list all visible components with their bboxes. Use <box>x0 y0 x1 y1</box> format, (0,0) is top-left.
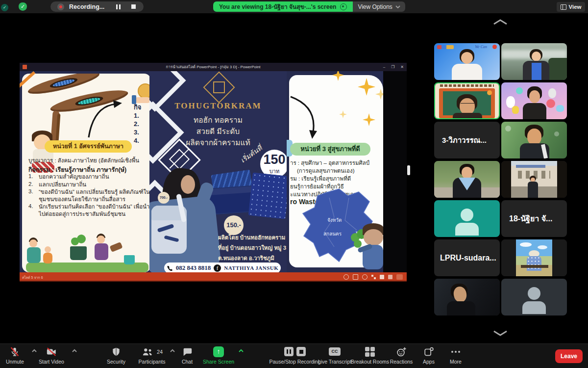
share-options-chevron[interactable] <box>238 349 244 353</box>
share-screen-button[interactable]: ↑ Share Screen <box>200 346 237 365</box>
shirt-shape <box>452 64 482 80</box>
pause-recording-icon[interactable] <box>284 347 294 356</box>
breakout-rooms-button[interactable]: Breakout Rooms <box>348 346 392 365</box>
security-shield-icon[interactable]: ✓ <box>19 2 27 11</box>
recording-indicator: Recording... <box>50 1 144 12</box>
zoom-slide-icon[interactable] <box>380 275 384 279</box>
produced-by-line: ผลิตโดย บ้านทอฮักทอคราม <box>218 233 285 242</box>
map-label-province: จังหวัด <box>327 216 342 224</box>
participant-tile[interactable] <box>501 82 567 119</box>
share-screen-icon: ↑ <box>213 346 224 357</box>
see-all-slides-icon[interactable] <box>371 275 376 279</box>
facebook-name: NATTHIYA JANSUK <box>224 265 278 271</box>
we-can-overlay: We Can <box>475 45 487 49</box>
system-tray-icon[interactable]: ✓ <box>1 4 8 11</box>
participant-tile[interactable] <box>434 200 500 237</box>
bokeh-dot <box>505 126 511 131</box>
close-button[interactable]: ✕ <box>400 65 404 69</box>
slide-canvas: กิจ 1. 2. 3. 4. หน่วยที่ 1 อัศจรรย์พันภา… <box>20 71 407 272</box>
avatar-icon <box>528 287 540 300</box>
scroll-participants-down-button[interactable] <box>492 330 508 337</box>
focus-target-icon <box>340 3 347 10</box>
avatar-placeholder <box>448 200 485 237</box>
white-sliver <box>407 165 410 175</box>
price-value: 150 <box>260 150 287 169</box>
participants-options-chevron[interactable] <box>170 349 175 353</box>
chat-button[interactable]: Chat <box>179 346 195 365</box>
view-options-dropdown[interactable]: View Options <box>353 1 405 12</box>
start-video-button[interactable]: Start Video <box>34 346 69 365</box>
price-tag-700: 700.- <box>158 192 170 204</box>
participant-tile[interactable] <box>501 279 567 315</box>
notes-icon[interactable] <box>353 274 358 280</box>
participant-tile[interactable] <box>501 43 567 80</box>
pause-stop-recording-label: Pause/Stop Recording <box>269 359 320 365</box>
unmute-button[interactable]: Unmute <box>6 346 24 365</box>
participant-tile-active-speaker[interactable] <box>434 82 500 119</box>
participants-button[interactable]: 24 Participants <box>136 346 168 365</box>
minimize-button[interactable]: – <box>383 65 385 69</box>
participant-video <box>501 43 567 80</box>
participant-tile[interactable] <box>434 279 500 315</box>
participant-video <box>501 239 567 276</box>
floral-top-shape <box>527 256 541 271</box>
participant-tile[interactable] <box>434 161 500 198</box>
suit-shape <box>528 182 538 198</box>
pause-recording-button[interactable] <box>116 4 121 9</box>
decoration-dot <box>487 90 492 95</box>
participant-tile[interactable] <box>501 161 567 198</box>
viewing-banner-text: You are viewing 18-นัฐิยา จันสุข-...'s s… <box>219 2 336 11</box>
participant-tile[interactable]: 18-นัฐิยา จั... <box>501 200 567 237</box>
participant-tile[interactable] <box>501 122 567 158</box>
badge-logo <box>492 45 497 49</box>
leaf-shape <box>354 240 362 248</box>
leave-button[interactable]: Leave <box>555 349 583 363</box>
facebook-icon: f <box>214 264 221 272</box>
cloud-shape <box>538 245 547 249</box>
more-button[interactable]: More <box>447 346 464 365</box>
banner-text-strip <box>440 84 494 87</box>
live-transcript-label: Live Transcript <box>318 359 351 365</box>
cloud-shape <box>520 242 532 247</box>
face-shape <box>529 90 540 103</box>
slide-letterbox <box>383 71 407 272</box>
participants-count-badge: 24 <box>157 349 163 355</box>
face-shape <box>364 229 383 246</box>
cartoon-character <box>548 88 556 98</box>
reactions-label: Reactions <box>390 359 413 365</box>
breakout-rooms-icon <box>365 347 375 357</box>
security-button[interactable]: Security <box>104 346 128 365</box>
view-button[interactable]: View <box>557 2 585 12</box>
chat-label: Chat <box>182 359 193 365</box>
face-shape <box>527 129 541 145</box>
screen-viewing-banner: You are viewing 18-นัฐิยา จันสุข-...'s s… <box>213 1 405 12</box>
zoom-meeting-screen: ✓ ✓ Recording... You are viewing 18-นัฐิ… <box>0 0 588 368</box>
figure-head <box>29 239 37 247</box>
participant-tile[interactable] <box>501 239 567 276</box>
video-options-chevron[interactable] <box>72 349 77 353</box>
reactions-button[interactable]: Reactions <box>388 346 415 365</box>
participant-tile[interactable]: We Can <box>434 43 500 80</box>
black-screen-icon[interactable] <box>388 275 392 279</box>
toggle-subtitles-icon[interactable] <box>396 274 403 280</box>
apps-button[interactable]: Apps <box>420 346 437 365</box>
cartoon-character <box>516 87 523 94</box>
view-options-label: View Options <box>358 3 392 10</box>
figure-body <box>95 243 108 260</box>
participants-label: Participants <box>139 359 166 365</box>
stop-recording-button[interactable] <box>131 4 136 9</box>
address-line-1: ที่อยู่ บ้านดอนฮาวใหญ่ หมู่ 3 <box>218 243 286 252</box>
stop-recording-icon[interactable] <box>296 347 306 356</box>
phone-number: 082 843 8818 <box>176 264 211 272</box>
contact-bar: 082 843 8818 f NATTHIYA JANSUK <box>164 263 281 272</box>
laser-pointer-icon[interactable] <box>343 274 349 280</box>
restore-button[interactable]: ❐ <box>391 65 394 69</box>
pen-icon[interactable] <box>362 274 368 280</box>
participant-tile[interactable]: 3-วิภาวรรณ... <box>434 122 500 158</box>
meeting-control-bar: Unmute Start Video Security <box>0 343 588 368</box>
participant-video <box>434 279 500 315</box>
recording-label: Recording... <box>69 3 104 10</box>
participant-tile[interactable]: LPRU-sudara... <box>434 239 500 276</box>
start-video-label: Start Video <box>39 359 64 365</box>
scroll-participants-up-button[interactable] <box>492 19 508 26</box>
